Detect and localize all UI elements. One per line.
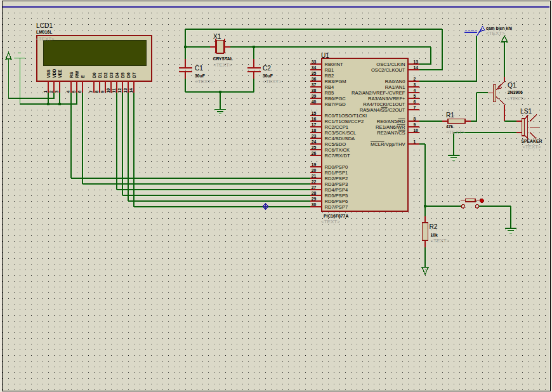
svg-text:18: 18: [312, 128, 317, 133]
svg-text:5: 5: [72, 91, 76, 93]
svg-text:10: 10: [106, 88, 110, 93]
svg-text:4: 4: [66, 91, 70, 93]
svg-text:RA5/AN4/SS/C2OUT: RA5/AN4/SS/C2OUT: [360, 107, 405, 113]
svg-text:RE0/AN5/RD: RE0/AN5/RD: [377, 119, 405, 124]
svg-text:RD2/PSP2: RD2/PSP2: [325, 176, 348, 181]
svg-text:8: 8: [95, 91, 99, 93]
svg-text:14: 14: [129, 88, 133, 93]
svg-text:10k: 10k: [431, 233, 438, 237]
svg-text:LCD1: LCD1: [36, 22, 53, 29]
svg-text:12: 12: [117, 88, 122, 93]
svg-text:47k: 47k: [446, 124, 454, 129]
svg-text:RD5/PSP5: RD5/PSP5: [325, 193, 348, 199]
svg-text:C1: C1: [195, 65, 203, 72]
svg-text:5: 5: [414, 94, 416, 98]
svg-text:RA0/AN0: RA0/AN0: [385, 79, 405, 84]
svg-text:U1: U1: [321, 52, 329, 59]
svg-text:<TEXT>: <TEXT>: [195, 79, 214, 84]
svg-text:13: 13: [414, 60, 419, 64]
svg-text:cam bien khi: cam bien khi: [486, 26, 512, 30]
svg-text:RB6/PGC: RB6/PGC: [325, 96, 346, 101]
svg-text:13: 13: [123, 88, 128, 93]
svg-text:D6: D6: [126, 72, 131, 78]
svg-text:RC0/T1OSO/T1CKI: RC0/T1OSO/T1CKI: [325, 113, 367, 119]
svg-text:<TEXT>: <TEXT>: [446, 129, 465, 135]
svg-text:CRYSTAL: CRYSTAL: [213, 56, 233, 61]
svg-text:RW: RW: [75, 70, 79, 78]
svg-text:28: 28: [312, 191, 317, 195]
svg-text:RB3/PGM: RB3/PGM: [325, 79, 346, 84]
svg-text:RE1/AN6/WR: RE1/AN6/WR: [376, 124, 405, 130]
svg-text:VSS: VSS: [46, 69, 51, 78]
svg-text:RB5: RB5: [325, 90, 334, 96]
svg-text:RC5/SDO: RC5/SDO: [325, 141, 346, 147]
svg-text:3: 3: [55, 91, 59, 93]
svg-text:9: 9: [100, 91, 105, 93]
svg-text:RS: RS: [69, 72, 74, 78]
svg-text:1: 1: [414, 140, 416, 144]
svg-text:1: 1: [43, 91, 48, 93]
svg-text:26: 26: [312, 151, 317, 155]
svg-text:RB2: RB2: [325, 73, 334, 79]
svg-text:15: 15: [312, 111, 317, 115]
svg-text:20: 20: [312, 168, 317, 173]
svg-text:36: 36: [312, 77, 317, 81]
svg-text:24: 24: [312, 140, 317, 144]
svg-text:34: 34: [312, 65, 317, 70]
svg-text:RA4/T0CKI/C1OUT: RA4/T0CKI/C1OUT: [363, 101, 405, 107]
svg-text:2N3906: 2N3906: [508, 90, 523, 95]
svg-text:19: 19: [312, 162, 317, 167]
svg-text:39: 39: [312, 94, 317, 98]
svg-text:RD4/PSP4: RD4/PSP4: [325, 187, 348, 193]
svg-text:RB7/PGD: RB7/PGD: [325, 101, 346, 107]
svg-text:LS1: LS1: [520, 108, 532, 115]
svg-text:RB0/INT: RB0/INT: [325, 62, 343, 67]
svg-text:38: 38: [312, 88, 317, 93]
svg-text:RC2/CCP1: RC2/CCP1: [325, 124, 349, 130]
svg-text:27: 27: [312, 185, 317, 190]
svg-text:D2: D2: [103, 72, 108, 78]
svg-text:7: 7: [414, 105, 416, 110]
svg-text:8: 8: [414, 117, 416, 121]
svg-text:<TEXT>: <TEXT>: [263, 79, 282, 84]
svg-text:LM016L: LM016L: [36, 30, 52, 34]
svg-text:29: 29: [312, 197, 317, 201]
svg-text:14: 14: [414, 65, 419, 70]
svg-text:<TEXT>: <TEXT>: [36, 36, 55, 42]
svg-text:RC6/TX/CK: RC6/TX/CK: [325, 147, 350, 153]
svg-text:3: 3: [414, 82, 416, 87]
svg-text:25: 25: [312, 145, 317, 150]
svg-text:D1: D1: [98, 72, 102, 78]
svg-text:<TEXT>: <TEXT>: [321, 219, 340, 225]
svg-text:R2: R2: [430, 223, 438, 230]
svg-text:X1: X1: [213, 33, 221, 40]
svg-text:R1: R1: [446, 112, 454, 119]
svg-text:RB4: RB4: [325, 84, 334, 90]
svg-text:MCLR/Vpp/THV: MCLR/Vpp/THV: [371, 141, 405, 147]
svg-text:4: 4: [414, 88, 416, 93]
svg-text:37: 37: [312, 82, 317, 87]
svg-text:Q1: Q1: [508, 82, 516, 89]
svg-text:C2: C2: [263, 65, 271, 72]
svg-text:30: 30: [312, 202, 317, 207]
svg-text:23: 23: [312, 134, 317, 138]
svg-text:9: 9: [414, 122, 416, 127]
svg-text:6: 6: [414, 100, 416, 104]
svg-text:33: 33: [312, 60, 317, 64]
svg-text:<TEXT>: <TEXT>: [431, 238, 450, 244]
svg-text:OSC1/CLKIN: OSC1/CLKIN: [376, 62, 405, 67]
svg-text:RC3/SCK/SCL: RC3/SCK/SCL: [325, 130, 357, 136]
svg-text:RD3/PSP3: RD3/PSP3: [325, 181, 348, 187]
svg-text:RB1: RB1: [325, 67, 334, 73]
svg-text:7: 7: [89, 91, 93, 93]
svg-text:10: 10: [414, 128, 419, 133]
svg-text:RD6/PSP6: RD6/PSP6: [325, 199, 348, 204]
svg-text:16: 16: [312, 117, 317, 121]
svg-text:VDD: VDD: [52, 69, 56, 78]
svg-text:40: 40: [312, 100, 317, 104]
svg-text:21: 21: [312, 174, 317, 178]
svg-text:30uF: 30uF: [195, 74, 205, 78]
svg-text:35: 35: [312, 71, 317, 75]
svg-text:RD7/PSP7: RD7/PSP7: [325, 204, 348, 210]
svg-text:<TEXT>: <TEXT>: [486, 30, 505, 36]
